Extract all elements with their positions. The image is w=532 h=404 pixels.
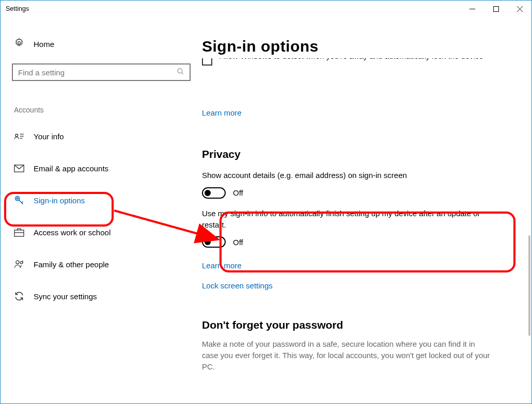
svg-point-4: [18, 42, 21, 44]
maximize-button[interactable]: [484, 1, 508, 17]
sync-icon: [14, 291, 24, 301]
search-box[interactable]: [12, 63, 191, 81]
password-hint: Make a note of your password in a safe, …: [202, 338, 491, 372]
svg-rect-16: [14, 230, 24, 236]
close-button[interactable]: [508, 1, 531, 17]
privacy-show-details-label: Show account details (e.g. email address…: [202, 170, 516, 181]
content: Sign-in options Allow Windows to detect …: [202, 38, 531, 403]
close-icon: [517, 6, 523, 12]
toggle-show-details-state: Off: [233, 188, 243, 197]
minimize-button[interactable]: [460, 1, 484, 17]
svg-rect-1: [493, 6, 498, 11]
sidebar: Home Accounts Your info Email & app acco…: [1, 38, 202, 403]
svg-line-15: [22, 202, 23, 203]
password-heading: Don't forget your password: [202, 319, 516, 331]
window-title: Settings: [6, 5, 29, 12]
privacy-learn-more[interactable]: Learn more: [202, 261, 516, 270]
scrollbar[interactable]: [528, 235, 530, 336]
people-icon: [14, 260, 24, 269]
home-button[interactable]: Home: [14, 38, 191, 50]
lock-screen-settings-link[interactable]: Lock screen settings: [202, 281, 516, 290]
user-card-icon: [14, 132, 24, 140]
search-icon: [177, 68, 184, 77]
minimize-icon: [470, 6, 475, 12]
page-title: Sign-in options: [202, 38, 516, 55]
search-input[interactable]: [18, 68, 177, 77]
nav-label: Access work or school: [34, 228, 111, 237]
svg-point-7: [15, 134, 18, 137]
svg-point-18: [16, 261, 19, 264]
dynamic-lock-learn-more[interactable]: Learn more: [202, 108, 516, 117]
mail-icon: [14, 165, 24, 172]
maximize-icon: [493, 6, 499, 12]
category-accounts: Accounts: [14, 106, 191, 114]
home-label: Home: [34, 40, 54, 49]
nav-label: Email & app accounts: [34, 164, 108, 173]
dynamic-lock-row: Allow Windows to detect when you're away…: [202, 58, 516, 66]
svg-point-5: [178, 68, 182, 73]
toggle-auto-setup[interactable]: [202, 236, 226, 248]
nav-family-people[interactable]: Family & other people: [12, 252, 191, 276]
svg-point-19: [20, 262, 23, 264]
nav-label: Your info: [34, 132, 64, 141]
svg-point-13: [17, 198, 18, 199]
nav-your-info[interactable]: Your info: [12, 124, 191, 148]
nav-email-accounts[interactable]: Email & app accounts: [12, 156, 191, 180]
toggle-show-details[interactable]: [202, 187, 226, 199]
svg-line-6: [181, 72, 183, 74]
nav-sign-in-options[interactable]: Sign-in options: [12, 188, 191, 212]
privacy-auto-setup-label: Use my sign-in info to automatically fin…: [202, 208, 481, 231]
title-bar: Settings: [1, 1, 531, 17]
privacy-heading: Privacy: [202, 148, 516, 160]
nav-sync-settings[interactable]: Sync your settings: [12, 284, 191, 308]
nav-label: Sync your settings: [34, 292, 97, 301]
gear-icon: [14, 38, 24, 50]
briefcase-icon: [14, 228, 24, 237]
nav-work-school[interactable]: Access work or school: [12, 220, 191, 244]
dynamic-lock-checkbox[interactable]: [202, 58, 212, 66]
nav-label: Sign-in options: [34, 196, 85, 205]
toggle-auto-setup-state: Off: [233, 238, 243, 247]
dynamic-lock-text: Allow Windows to detect when you're away…: [220, 58, 483, 60]
nav-label: Family & other people: [34, 260, 109, 269]
key-icon: [14, 195, 24, 205]
